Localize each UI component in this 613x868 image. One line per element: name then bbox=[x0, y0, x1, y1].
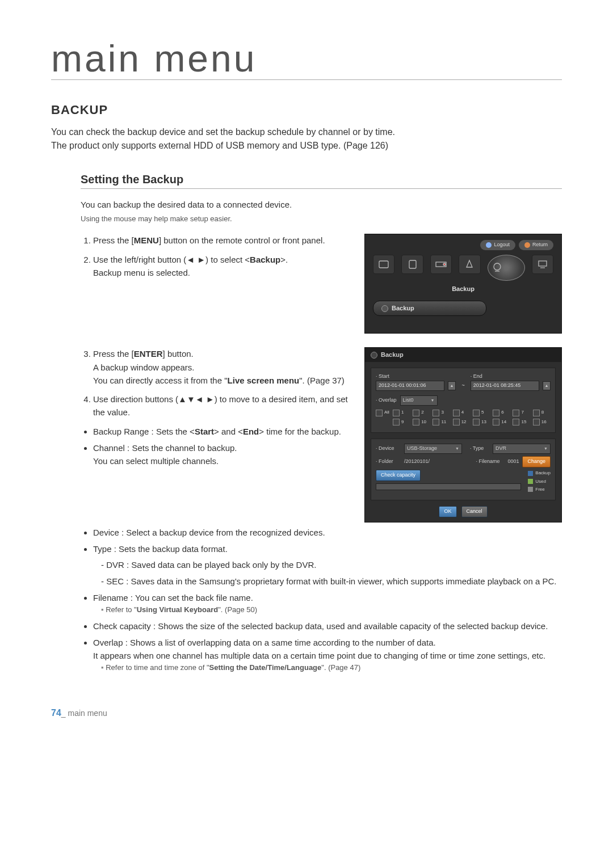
screenshot-backup-dialog: Backup · Start 2012-01-01 00:01:06 ▴ ~ bbox=[364, 347, 562, 523]
device-select[interactable]: USB-Storage▼ bbox=[404, 444, 462, 454]
section-heading: BACKUP bbox=[51, 103, 562, 117]
ch-checkbox[interactable] bbox=[453, 410, 460, 416]
menu-icon-system[interactable] bbox=[373, 255, 394, 274]
bullet-device: Device : Select a backup device from the… bbox=[93, 526, 562, 539]
type-label: · Type bbox=[470, 445, 489, 453]
step-3: Press the [ENTER] button. A backup windo… bbox=[93, 347, 351, 387]
end-field[interactable]: 2012-01-01 08:25:45 bbox=[471, 381, 539, 391]
step-4: Use direction buttons (▲▼◄ ►) to move to… bbox=[93, 393, 351, 419]
type-select[interactable]: DVR▼ bbox=[493, 444, 551, 454]
bullet-overlap: Overlap : Shows a list of overlapping da… bbox=[93, 636, 562, 674]
logout-button[interactable]: Logout bbox=[480, 240, 515, 250]
return-button[interactable]: Return bbox=[519, 240, 553, 250]
overlap-label: · Overlap bbox=[376, 397, 397, 404]
info-icon bbox=[486, 242, 492, 248]
menu-label: Backup bbox=[373, 284, 553, 294]
svg-point-4 bbox=[494, 263, 501, 270]
channel-grid: 1 2 3 4 5 6 7 8 9 10 11 12 13 bbox=[393, 409, 551, 425]
ch-checkbox[interactable] bbox=[413, 419, 419, 425]
menu-icon-event[interactable] bbox=[459, 255, 480, 274]
bullet-range: Backup Range : Sets the <Start> and <End… bbox=[93, 425, 351, 438]
intro-line-1: You can check the backup device and set … bbox=[51, 125, 562, 139]
start-label: · Start bbox=[376, 373, 456, 381]
device-label: · Device bbox=[376, 445, 401, 453]
svg-rect-5 bbox=[539, 261, 547, 266]
bullet-type: Type : Sets the backup data format. DVR … bbox=[93, 542, 562, 588]
ch-checkbox[interactable] bbox=[533, 410, 540, 416]
spin-icon[interactable]: ▴ bbox=[543, 381, 551, 390]
bullet-type-sec: SEC : Saves data in the Samsung's propri… bbox=[101, 575, 562, 588]
check-capacity-button[interactable]: Check capacity bbox=[376, 470, 421, 481]
svg-rect-1 bbox=[409, 260, 416, 268]
ch-checkbox[interactable] bbox=[473, 410, 480, 416]
submenu-backup[interactable]: Backup bbox=[373, 301, 486, 316]
step-1: Press the [MENU] button on the remote co… bbox=[93, 234, 351, 247]
bullet-icon bbox=[381, 305, 388, 312]
svg-point-3 bbox=[443, 263, 446, 266]
ch-checkbox[interactable] bbox=[513, 419, 519, 425]
page-title: main menu bbox=[51, 40, 257, 79]
ok-button[interactable]: OK bbox=[439, 506, 456, 517]
folder-label: · Folder bbox=[376, 458, 401, 466]
return-icon bbox=[524, 242, 530, 248]
all-checkbox[interactable] bbox=[376, 410, 383, 416]
screenshot-main-menu: Logout Return Backup bbox=[364, 234, 562, 334]
sub-intro: You can backup the desired data to a con… bbox=[81, 198, 562, 211]
bullet-type-dvr: DVR : Saved data can be played back only… bbox=[101, 558, 562, 571]
menu-icon-backup-selected[interactable] bbox=[488, 255, 525, 281]
start-field[interactable]: 2012-01-01 00:01:06 bbox=[376, 381, 444, 391]
ch-checkbox[interactable] bbox=[393, 419, 400, 425]
page-footer: 74_ main menu bbox=[51, 708, 562, 718]
capacity-bar bbox=[376, 483, 521, 490]
ch-checkbox[interactable] bbox=[433, 419, 439, 425]
bullet-capacity: Check capacity : Shows the size of the s… bbox=[93, 620, 562, 633]
all-label: All bbox=[384, 409, 389, 416]
menu-icon-record[interactable] bbox=[430, 255, 452, 274]
folder-value: /20120101/ bbox=[404, 458, 472, 466]
ch-checkbox[interactable] bbox=[533, 419, 540, 425]
dialog-title: Backup bbox=[381, 350, 404, 360]
menu-icon-device[interactable] bbox=[401, 255, 423, 274]
bullet-icon bbox=[371, 352, 377, 359]
refer-datetime: Refer to time and time zone of "Setting … bbox=[93, 662, 562, 673]
ch-checkbox[interactable] bbox=[513, 410, 519, 416]
change-button[interactable]: Change bbox=[522, 456, 551, 467]
bullet-channel: Channel : Sets the channel to backup. Yo… bbox=[93, 441, 351, 468]
svg-rect-0 bbox=[379, 261, 388, 268]
ch-checkbox[interactable] bbox=[493, 419, 499, 425]
ch-checkbox[interactable] bbox=[453, 419, 460, 425]
capacity-legend: Backup Used Free bbox=[528, 470, 551, 493]
ch-checkbox[interactable] bbox=[433, 410, 439, 416]
ch-checkbox[interactable] bbox=[473, 419, 480, 425]
sub-heading: Setting the Backup bbox=[81, 173, 562, 188]
cancel-button[interactable]: Cancel bbox=[461, 506, 488, 517]
spin-icon[interactable]: ▴ bbox=[448, 381, 456, 390]
ch-checkbox[interactable] bbox=[493, 410, 499, 416]
intro-line-2: The product only supports external HDD o… bbox=[51, 139, 562, 153]
menu-icon-network[interactable] bbox=[532, 255, 553, 274]
ch-checkbox[interactable] bbox=[413, 410, 419, 416]
filename-label: · Filename bbox=[476, 458, 504, 466]
sub-intro-note: Using the mouse may help make setup easi… bbox=[81, 213, 562, 225]
ch-checkbox[interactable] bbox=[393, 410, 400, 416]
filename-value: 0001 bbox=[507, 458, 519, 466]
overlap-select[interactable]: List0▼ bbox=[400, 395, 438, 406]
step-2: Use the left/right button (◄ ►) to selec… bbox=[93, 253, 351, 280]
end-label: · End bbox=[471, 373, 551, 381]
refer-virtual-keyboard: Refer to "Using Virtual Keyboard". (Page… bbox=[93, 604, 562, 616]
bullet-filename: Filename : You can set the back file nam… bbox=[93, 591, 562, 616]
